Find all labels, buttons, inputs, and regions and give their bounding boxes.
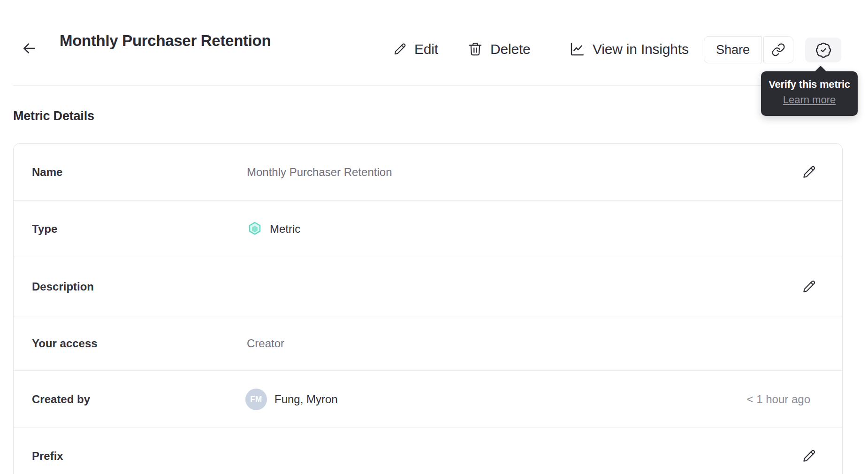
header-divider bbox=[13, 85, 855, 86]
row-value: Creator bbox=[247, 337, 284, 350]
edit-label: Edit bbox=[414, 41, 438, 57]
metric-details-card: Name Monthly Purchaser Retention Type Me… bbox=[13, 143, 843, 474]
edit-button[interactable]: Edit bbox=[392, 36, 438, 63]
detail-row-type: Type Metric bbox=[14, 201, 842, 257]
tooltip-title: Verify this metric bbox=[761, 78, 858, 91]
metric-details-page: Monthly Purchaser Retention Edit Delete … bbox=[0, 0, 868, 474]
detail-row-created-by: Created by FM Fung, Myron < 1 hour ago bbox=[14, 371, 842, 428]
verify-tooltip: Verify this metric Learn more bbox=[761, 71, 858, 116]
verify-metric-button[interactable] bbox=[805, 38, 841, 62]
pencil-icon bbox=[392, 42, 407, 57]
row-label: Your access bbox=[32, 337, 98, 350]
section-title: Metric Details bbox=[13, 109, 94, 123]
share-label: Share bbox=[716, 43, 750, 57]
metric-hexagon-icon bbox=[247, 221, 263, 237]
pencil-icon bbox=[801, 164, 817, 180]
view-in-insights-label: View in Insights bbox=[593, 41, 689, 57]
detail-row-name: Name Monthly Purchaser Retention bbox=[14, 144, 842, 201]
share-button[interactable]: Share bbox=[704, 36, 762, 63]
detail-row-prefix: Prefix bbox=[14, 428, 842, 474]
row-label: Name bbox=[32, 166, 62, 179]
pencil-icon bbox=[801, 279, 817, 295]
row-label: Prefix bbox=[32, 450, 63, 463]
page-title: Monthly Purchaser Retention bbox=[60, 32, 271, 50]
verified-badge-icon bbox=[815, 42, 832, 59]
pencil-icon bbox=[801, 448, 817, 464]
line-chart-icon bbox=[569, 41, 586, 58]
row-value: FM Fung, Myron bbox=[245, 389, 338, 410]
link-icon bbox=[771, 43, 785, 57]
back-arrow-icon bbox=[21, 40, 38, 57]
trash-icon bbox=[467, 41, 483, 57]
created-by-name: Fung, Myron bbox=[274, 393, 338, 406]
row-value: Metric bbox=[247, 221, 300, 237]
back-button[interactable] bbox=[20, 39, 38, 57]
row-label: Description bbox=[32, 280, 94, 293]
avatar: FM bbox=[245, 389, 267, 410]
detail-row-your-access: Your access Creator bbox=[14, 316, 842, 371]
row-value: Monthly Purchaser Retention bbox=[247, 166, 392, 179]
type-value: Metric bbox=[270, 222, 300, 236]
edit-prefix-button[interactable] bbox=[801, 448, 817, 464]
delete-button[interactable]: Delete bbox=[467, 36, 531, 63]
copy-link-button[interactable] bbox=[763, 36, 793, 63]
row-label: Created by bbox=[32, 393, 90, 406]
detail-row-description: Description bbox=[14, 257, 842, 316]
delete-label: Delete bbox=[490, 41, 531, 57]
created-timestamp: < 1 hour ago bbox=[747, 393, 810, 406]
edit-name-button[interactable] bbox=[801, 164, 817, 180]
learn-more-link[interactable]: Learn more bbox=[783, 94, 836, 106]
edit-description-button[interactable] bbox=[801, 279, 817, 295]
row-label: Type bbox=[32, 222, 57, 236]
view-in-insights-button[interactable]: View in Insights bbox=[569, 36, 689, 63]
